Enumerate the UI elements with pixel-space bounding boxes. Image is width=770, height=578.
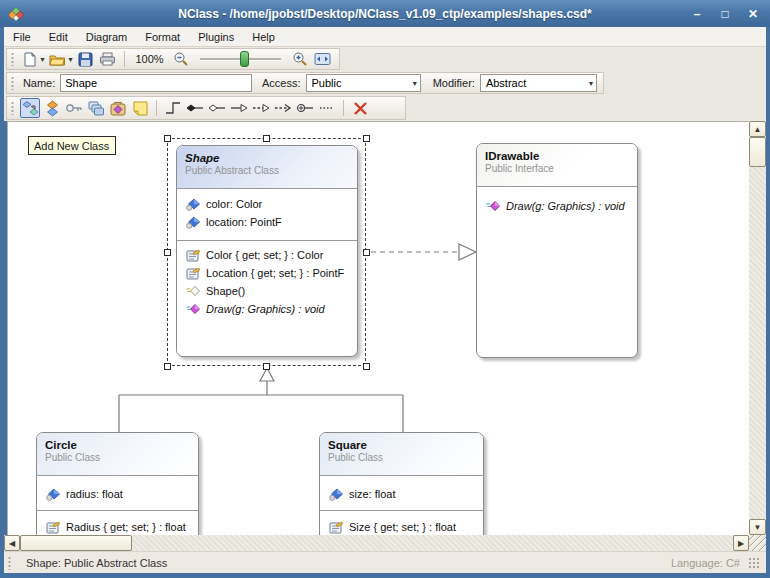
menu-diagram[interactable]: Diagram xyxy=(77,27,137,46)
minimize-button[interactable]: – xyxy=(690,7,704,21)
diagram-canvas[interactable]: Add New Class Shape Public Abstract Clas… xyxy=(7,121,749,535)
open-button[interactable] xyxy=(48,49,68,69)
method-row[interactable]: Draw(g: Graphics) : void xyxy=(477,197,637,215)
interface-box-idrawable[interactable]: IDrawable Public Interface Draw(g: Graph… xyxy=(476,143,638,358)
toolbar-grip[interactable] xyxy=(11,52,14,66)
vertical-scroll-thumb[interactable] xyxy=(749,137,766,167)
resize-handle-nw[interactable] xyxy=(164,135,171,142)
vertical-scrollbar[interactable]: ▲ ▼ xyxy=(749,121,766,535)
property-icon xyxy=(46,521,60,534)
name-label: Name: xyxy=(23,77,55,89)
new-comment-button[interactable] xyxy=(130,98,150,118)
new-interface-button[interactable] xyxy=(64,98,84,118)
scroll-right-button[interactable]: ▶ xyxy=(733,535,749,551)
save-floppy-icon xyxy=(78,52,93,67)
class-box-circle[interactable]: Circle Public Class radius: float xyxy=(36,432,199,535)
class-diamonds-icon xyxy=(44,100,61,117)
new-enum-button[interactable] xyxy=(86,98,106,118)
comment-relationship-tool-button[interactable] xyxy=(317,98,337,118)
modifier-label: Modifier: xyxy=(433,77,475,89)
field-icon xyxy=(329,488,343,501)
dependency-icon xyxy=(274,102,292,114)
aggregation-tool-button[interactable] xyxy=(207,98,227,118)
close-button[interactable]: ✕ xyxy=(746,7,760,21)
resize-handle-s[interactable] xyxy=(263,363,270,370)
menu-edit[interactable]: Edit xyxy=(40,27,77,46)
interface-header[interactable]: IDrawable Public Interface xyxy=(477,144,637,187)
fields-section: radius: float xyxy=(37,476,198,511)
delete-x-icon xyxy=(353,101,368,116)
delete-button[interactable] xyxy=(350,98,370,118)
property-row[interactable]: Size { get; set; } : float xyxy=(320,518,483,535)
save-button[interactable] xyxy=(76,49,96,69)
statusbar-resize-dots xyxy=(748,557,760,569)
dependency-tool-button[interactable] xyxy=(273,98,293,118)
menu-help[interactable]: Help xyxy=(243,27,284,46)
field-row[interactable]: location: PointF xyxy=(177,213,357,231)
new-dropdown-arrow[interactable]: ▾ xyxy=(41,55,45,64)
class-header[interactable]: Square Public Class xyxy=(320,433,483,476)
property-row[interactable]: Color { get; set; } : Color xyxy=(177,246,357,264)
toolbar-grip[interactable] xyxy=(11,101,14,115)
fields-section: size: float xyxy=(320,476,483,511)
resize-handle-se[interactable] xyxy=(363,363,370,370)
property-row[interactable]: Radius { get; set; } : float xyxy=(37,518,198,535)
resize-grip[interactable] xyxy=(749,535,766,551)
pointer-tool-button[interactable] xyxy=(20,98,40,118)
method-row[interactable]: Draw(g: Graphics) : void xyxy=(177,300,357,318)
zoom-in-button[interactable] xyxy=(290,49,310,69)
enum-windows-icon xyxy=(88,101,104,116)
modifier-select[interactable]: Abstract ▾ xyxy=(480,74,597,92)
menu-plugins[interactable]: Plugins xyxy=(189,27,243,46)
field-row[interactable]: size: float xyxy=(320,485,483,503)
generalization-tool-button[interactable] xyxy=(229,98,249,118)
delegate-bag-icon xyxy=(110,101,126,116)
nesting-tool-button[interactable] xyxy=(295,98,315,118)
print-button[interactable] xyxy=(98,49,118,69)
menu-file[interactable]: File xyxy=(4,27,40,46)
new-class-button[interactable] xyxy=(42,98,62,118)
resize-handle-e[interactable] xyxy=(363,249,370,256)
resize-handle-sw[interactable] xyxy=(164,363,171,370)
class-header[interactable]: Shape Public Abstract Class xyxy=(177,146,357,189)
zoom-slider[interactable] xyxy=(200,58,281,61)
scroll-down-button[interactable]: ▼ xyxy=(749,519,766,535)
new-delegate-button[interactable] xyxy=(108,98,128,118)
toolbar-grip[interactable] xyxy=(11,76,14,90)
toolbar-separator xyxy=(156,100,157,116)
menu-format[interactable]: Format xyxy=(136,27,189,46)
dotted-line-icon xyxy=(319,104,335,112)
horizontal-scroll-thumb[interactable] xyxy=(20,535,132,551)
composition-tool-button[interactable] xyxy=(185,98,205,118)
field-icon xyxy=(186,216,200,229)
access-value: Public xyxy=(312,77,342,89)
fit-to-window-button[interactable] xyxy=(312,49,332,69)
association-tool-button[interactable] xyxy=(163,98,183,118)
constructor-row[interactable]: Shape() xyxy=(177,282,357,300)
open-dropdown-arrow[interactable]: ▾ xyxy=(69,55,73,64)
resize-handle-ne[interactable] xyxy=(363,135,370,142)
zoom-slider-thumb[interactable] xyxy=(240,51,249,67)
maximize-button[interactable]: □ xyxy=(718,7,732,21)
generalization-icon xyxy=(230,102,248,114)
access-select[interactable]: Public ▾ xyxy=(306,74,421,92)
property-row[interactable]: Location { get; set; } : PointF xyxy=(177,264,357,282)
scroll-left-button[interactable]: ◀ xyxy=(4,535,20,551)
name-input[interactable] xyxy=(60,74,252,92)
realization-tool-button[interactable] xyxy=(251,98,271,118)
pointer-diagram-icon xyxy=(22,100,39,117)
new-document-button[interactable] xyxy=(20,49,40,69)
zoom-out-button[interactable] xyxy=(171,49,191,69)
field-row[interactable]: color: Color xyxy=(177,195,357,213)
resize-handle-n[interactable] xyxy=(263,135,270,142)
title-bar[interactable]: NClass - /home/jpobst/Desktop/NClass_v1.… xyxy=(0,0,770,27)
diagram-toolbar xyxy=(4,95,766,121)
class-header[interactable]: Circle Public Class xyxy=(37,433,198,476)
class-box-square[interactable]: Square Public Class size: float xyxy=(319,432,484,535)
field-row[interactable]: radius: float xyxy=(37,485,198,503)
member-text: Size { get; set; } : float xyxy=(349,521,456,533)
scroll-up-button[interactable]: ▲ xyxy=(749,121,766,137)
horizontal-scrollbar[interactable]: ◀ ▶ xyxy=(4,535,749,551)
class-box-shape[interactable]: Shape Public Abstract Class color: Color xyxy=(176,145,358,357)
resize-handle-w[interactable] xyxy=(164,249,171,256)
